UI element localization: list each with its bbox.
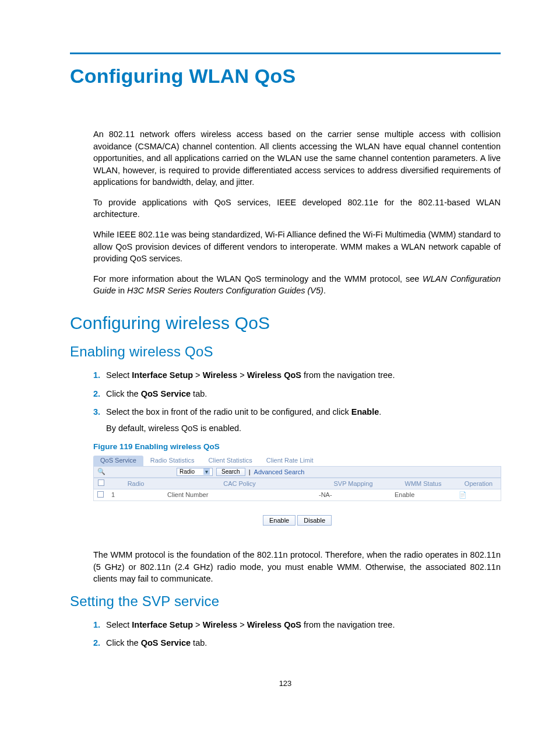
steps-enable: Select Interface Setup > Wireless > Wire… [70, 369, 501, 435]
text: . [379, 407, 381, 416]
intro-paragraph-1: An 802.11 network offers wireless access… [93, 128, 501, 188]
text: For more information about the WLAN QoS … [93, 274, 423, 284]
steps-svp: Select Interface Setup > Wireless > Wire… [70, 619, 501, 650]
pipe: | [249, 468, 251, 475]
col-svp-mapping: SVP Mapping [315, 480, 391, 487]
nav-interface-setup: Interface Setup [132, 370, 193, 380]
search-icon: 🔍 [97, 468, 105, 475]
action-buttons: Enable Disable [93, 515, 501, 526]
text: in [116, 286, 127, 295]
nav-wireless-qos: Wireless QoS [247, 620, 301, 629]
cell-operation: 📄 [455, 491, 502, 499]
col-radio: Radio [108, 480, 164, 487]
text: > [193, 370, 203, 380]
enable-action: Enable [351, 407, 379, 416]
text: tab. [191, 638, 207, 648]
section-config-wireless-qos: Configuring wireless QoS [70, 313, 501, 333]
col-cac-policy: CAC Policy [164, 480, 315, 487]
page-number: 123 [70, 679, 501, 688]
ref-title-2: H3C MSR Series Routers Configuration Gui… [127, 286, 323, 295]
tab-radio-statistics[interactable]: Radio Statistics [143, 456, 202, 466]
step-3: Select the box in front of the radio uni… [103, 406, 501, 435]
cell-svp: -NA- [315, 491, 391, 498]
top-rule [70, 52, 501, 54]
text: > [237, 370, 247, 380]
enable-button[interactable]: Enable [263, 515, 295, 526]
post-figure-note: The WMM protocol is the foundation of th… [93, 549, 501, 585]
text: > [237, 620, 247, 629]
col-wmm-status: WMM Status [391, 480, 455, 487]
intro-paragraph-4: For more information about the WLAN QoS … [93, 273, 501, 297]
text: Select [106, 370, 132, 380]
nav-wireless-qos: Wireless QoS [247, 370, 301, 380]
nav-wireless: Wireless [203, 620, 238, 629]
text: . [323, 286, 326, 295]
select-value: Radio [180, 468, 195, 475]
page: Configuring WLAN QoS An 802.11 network o… [0, 0, 556, 723]
col-operation: Operation [455, 480, 502, 487]
intro-paragraph-2: To provide applications with QoS service… [93, 197, 501, 220]
cell-cac: Client Number [164, 491, 315, 498]
text: Click the [106, 638, 141, 648]
subsection-enable-wireless-qos: Enabling wireless QoS [70, 344, 501, 360]
intro-paragraph-3: While IEEE 802.11e was being standardize… [93, 229, 501, 265]
post-figure-col: The WMM protocol is the foundation of th… [93, 549, 501, 585]
nav-wireless: Wireless [203, 370, 238, 380]
tab-client-rate-limit[interactable]: Client Rate Limit [259, 456, 321, 466]
step-2: Click the QoS Service tab. [103, 388, 501, 401]
text: from the navigation tree. [301, 370, 395, 380]
row-checkbox[interactable] [97, 491, 104, 498]
search-bar: 🔍 Radio ▾ Search | Advanced Search [93, 466, 501, 478]
text: Click the [106, 389, 141, 398]
text: Select the box in front of the radio uni… [106, 407, 351, 416]
edit-icon[interactable]: 📄 [459, 491, 467, 498]
advanced-search-link[interactable]: Advanced Search [254, 468, 305, 475]
tab-bar: QoS Service Radio Statistics Client Stat… [93, 456, 501, 466]
figure-caption: Figure 119 Enabling wireless QoS [93, 442, 501, 451]
cell-radio: 1 [108, 491, 164, 498]
row-check [94, 491, 108, 499]
select-all-checkbox[interactable] [98, 480, 104, 486]
text: tab. [191, 389, 207, 398]
disable-button[interactable]: Disable [297, 515, 332, 526]
page-title: Configuring WLAN QoS [70, 65, 501, 88]
cell-wmm: Enable [391, 491, 455, 498]
step-3-body: By default, wireless QoS is enabled. [106, 422, 501, 435]
tab-qos-service: QoS Service [141, 638, 191, 648]
chevron-down-icon: ▾ [203, 468, 210, 475]
tab-client-statistics[interactable]: Client Statistics [202, 456, 259, 466]
step-1: Select Interface Setup > Wireless > Wire… [103, 369, 501, 382]
body-column: An 802.11 network offers wireless access… [93, 128, 501, 297]
tab-qos-service[interactable]: QoS Service [93, 456, 143, 466]
tab-qos-service: QoS Service [141, 389, 191, 398]
text: > [193, 620, 203, 629]
table-header: Radio CAC Policy SVP Mapping WMM Status … [93, 478, 501, 489]
table-row: 1 Client Number -NA- Enable 📄 [93, 489, 501, 501]
text: Select [106, 620, 132, 629]
subsection-setting-svp: Setting the SVP service [70, 593, 501, 610]
nav-interface-setup: Interface Setup [132, 620, 193, 629]
step-1: Select Interface Setup > Wireless > Wire… [103, 619, 501, 632]
search-button[interactable]: Search [216, 468, 245, 476]
screenshot: QoS Service Radio Statistics Client Stat… [93, 456, 501, 526]
col-check [94, 480, 108, 487]
step-2: Click the QoS Service tab. [103, 637, 501, 650]
search-field-select[interactable]: Radio ▾ [177, 468, 213, 476]
text: from the navigation tree. [301, 620, 395, 629]
